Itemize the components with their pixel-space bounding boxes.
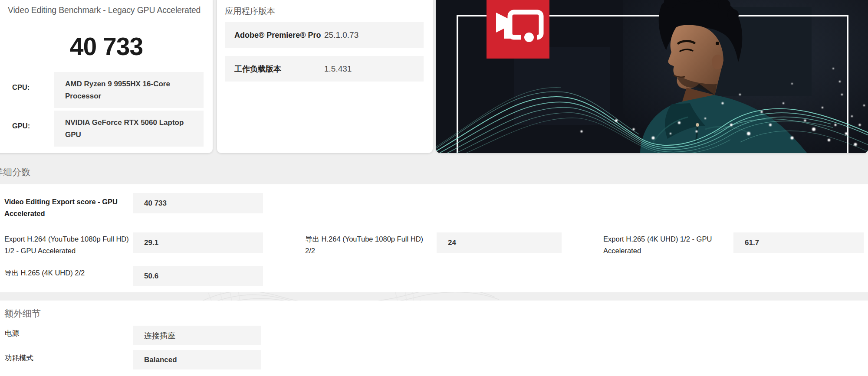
sub-score-value: 61.7 bbox=[733, 232, 864, 253]
cpu-value: AMD Ryzen 9 9955HX 16-Core Processor bbox=[54, 72, 204, 108]
sub-score-value: 50.6 bbox=[133, 266, 263, 286]
benchmark-title: Video Editing Benchmark - Legacy GPU Acc… bbox=[8, 5, 201, 15]
detailed-scores-heading: 详细分数 bbox=[0, 166, 30, 178]
sub-score-label: 导出 H.264 (YouTube 1080p Full HD) 2/2 bbox=[305, 233, 431, 257]
premiere-pro-version: 25.1.0.73 bbox=[324, 30, 358, 40]
power-mode-label: 功耗模式 bbox=[5, 352, 33, 364]
overall-score: 40 733 bbox=[0, 32, 213, 61]
primary-score-label: Video Editing Export score - GPU Acceler… bbox=[4, 196, 124, 219]
benchmark-result-page: Video Editing Benchmark - Legacy GPU Acc… bbox=[0, 0, 868, 376]
summary-card: Video Editing Benchmark - Legacy GPU Acc… bbox=[0, 0, 213, 153]
hero-illustration bbox=[436, 0, 868, 153]
hero-image-card bbox=[436, 0, 868, 153]
sub-score-label: Export H.265 (4K UHD) 1/2 - GPU Accelera… bbox=[603, 233, 717, 257]
sub-score-label: 导出 H.265 (4K UHD) 2/2 bbox=[4, 267, 131, 279]
app-version-row: Adobe® Premiere® Pro 25.1.0.73 bbox=[225, 22, 424, 48]
app-version-card: 应用程序版本 Adobe® Premiere® Pro 25.1.0.73 工作… bbox=[217, 0, 433, 153]
cpu-label: CPU: bbox=[12, 83, 30, 92]
sub-score-value: 29.1 bbox=[133, 232, 263, 253]
detailed-scores-section: Video Editing Export score - GPU Acceler… bbox=[0, 184, 868, 292]
workload-version-label: 工作负载版本 bbox=[234, 64, 281, 74]
extra-details-section: 额外细节 电源 连接插座 功耗模式 Balanced bbox=[0, 301, 868, 376]
premiere-pro-label: Adobe® Premiere® Pro bbox=[234, 30, 321, 39]
sub-score-value: 24 bbox=[437, 232, 562, 253]
power-mode-value: Balanced bbox=[133, 350, 261, 369]
gpu-label: GPU: bbox=[12, 122, 30, 130]
power-source-value: 连接插座 bbox=[133, 326, 261, 345]
primary-score-value: 40 733 bbox=[133, 193, 263, 213]
workload-version-row: 工作负载版本 1.5.431 bbox=[225, 56, 424, 82]
workload-version-value: 1.5.431 bbox=[324, 64, 352, 74]
gpu-value: NVIDIA GeForce RTX 5060 Laptop GPU bbox=[54, 111, 204, 147]
power-source-label: 电源 bbox=[5, 327, 19, 339]
video-camera-icon bbox=[487, 0, 549, 59]
extra-details-heading: 额外细节 bbox=[4, 307, 41, 320]
sub-score-label: Export H.264 (YouTube 1080p Full HD) 1/2… bbox=[4, 233, 131, 257]
app-version-title: 应用程序版本 bbox=[225, 5, 275, 17]
